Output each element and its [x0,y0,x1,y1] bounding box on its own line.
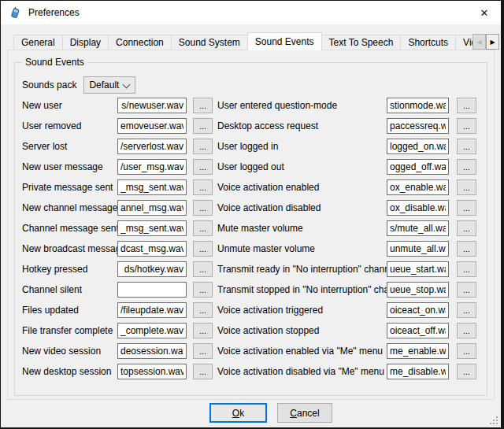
close-icon[interactable]: ✕ [468,1,501,24]
browse-button[interactable]: ... [193,323,213,338]
sound-event-row: Private message sent... [22,177,228,198]
sound-event-row: Voice activation disabled via "Me" menu.… [217,361,484,382]
sound-file-input[interactable] [387,200,449,216]
app-icon [9,6,21,19]
browse-button[interactable]: ... [457,323,476,338]
sound-event-row: New desktop session... [22,361,228,382]
browse-button[interactable]: ... [457,282,476,298]
sound-file-input[interactable] [117,179,187,195]
sound-file-input[interactable] [387,261,449,277]
sound-file-input[interactable] [117,98,187,113]
sound-file-input[interactable] [387,179,449,195]
cancel-button-label: Cancel [290,408,319,419]
sound-file-input[interactable] [117,220,187,236]
resize-grip[interactable] [490,416,498,425]
browse-button[interactable]: ... [193,282,213,298]
event-label: Hotkey pressed [22,264,117,275]
tab-display[interactable]: Display [62,35,109,50]
sound-file-input[interactable] [387,282,449,298]
browse-button[interactable]: ... [457,220,476,236]
browse-button[interactable]: ... [457,302,476,318]
sound-file-input[interactable] [387,241,449,257]
browse-button[interactable]: ... [457,118,476,134]
sound-file-input[interactable] [117,118,187,134]
tab-scroll-left-icon[interactable]: ◀ [472,34,486,50]
browse-button[interactable]: ... [193,179,213,195]
browse-button[interactable]: ... [193,139,213,154]
event-label: Private message sent [22,182,117,193]
sound-event-row: Voice activation disabled... [217,198,484,218]
browse-button[interactable]: ... [193,98,213,113]
browse-button[interactable]: ... [193,261,213,277]
browse-button[interactable]: ... [457,200,476,216]
browse-button[interactable]: ... [457,139,476,154]
browse-button[interactable]: ... [193,364,213,379]
sound-file-input[interactable] [387,139,449,154]
sound-file-input[interactable] [117,302,187,318]
sound-file-input[interactable] [387,98,449,113]
sound-file-input[interactable] [387,302,449,318]
browse-button[interactable]: ... [193,302,213,318]
event-label: Voice activation enabled via "Me" menu [217,346,387,357]
browse-button[interactable]: ... [193,220,213,236]
sound-file-input[interactable] [117,364,187,379]
sound-file-input[interactable] [387,343,449,359]
sound-event-row: File transfer complete... [22,320,228,341]
event-label: User logged out [217,161,387,172]
browse-button[interactable]: ... [193,200,213,216]
browse-button[interactable]: ... [457,159,476,175]
ok-button-label: Ok [232,408,244,419]
event-label: Voice activation disabled via "Me" menu [217,366,387,377]
cancel-button[interactable]: Cancel [277,403,332,423]
sound-file-input[interactable] [117,261,187,277]
event-label: Voice activation stopped [217,325,387,336]
sound-event-row: New video session... [22,341,228,361]
tab-connection[interactable]: Connection [108,35,172,50]
browse-button[interactable]: ... [457,343,476,359]
sound-file-input[interactable] [117,282,187,298]
ok-button[interactable]: Ok [209,403,267,423]
browse-button[interactable]: ... [457,241,476,257]
event-label: Unmute master volume [217,243,387,254]
sound-file-input[interactable] [117,241,187,257]
sounds-pack-dropdown[interactable]: Default [83,76,135,94]
sound-file-input[interactable] [117,159,187,175]
tab-sound-system[interactable]: Sound System [171,35,248,50]
browse-button[interactable]: ... [457,261,476,277]
sound-event-row: Transmit stopped in "No interruption" ch… [217,279,484,300]
sound-event-row: Voice activation stopped... [217,320,484,341]
sound-file-input[interactable] [387,323,449,338]
tab-general[interactable]: General [13,35,63,50]
event-label: Voice activation enabled [217,182,387,193]
sound-file-input[interactable] [387,118,449,134]
tab-shortcuts[interactable]: Shortcuts [400,35,456,50]
browse-button[interactable]: ... [457,98,476,113]
event-label: User logged in [217,141,387,152]
sound-file-input[interactable] [387,220,449,236]
browse-button[interactable]: ... [193,159,213,175]
tab-text-to-speech[interactable]: Text To Speech [321,35,402,50]
tab-sound-events[interactable]: Sound Events [247,32,322,50]
browse-button[interactable]: ... [193,343,213,359]
sound-file-input[interactable] [387,364,449,379]
browse-button[interactable]: ... [193,241,213,257]
event-label: New channel message [22,202,117,213]
browse-button[interactable]: ... [193,118,213,134]
event-label: Desktop access request [217,120,387,131]
sound-file-input[interactable] [117,139,187,154]
tab-scroll-right-icon[interactable]: ▶ [486,34,499,50]
sounds-pack-label: Sounds pack [22,80,76,91]
sound-file-input[interactable] [387,159,449,175]
sound-event-row: Unmute master volume... [217,239,484,259]
sound-file-input[interactable] [117,343,187,359]
sound-event-row: User entered question-mode... [217,95,484,116]
sound-file-input[interactable] [117,200,187,216]
sound-event-row: Channel message sent... [22,218,228,239]
browse-button[interactable]: ... [457,179,476,195]
chevron-down-icon [123,81,131,89]
sound-event-row: Channel silent... [22,279,228,300]
event-label: Voice activation disabled [217,202,387,213]
browse-button[interactable]: ... [457,364,476,379]
sound-file-input[interactable] [117,323,187,338]
event-label: Voice activation triggered [217,305,387,316]
